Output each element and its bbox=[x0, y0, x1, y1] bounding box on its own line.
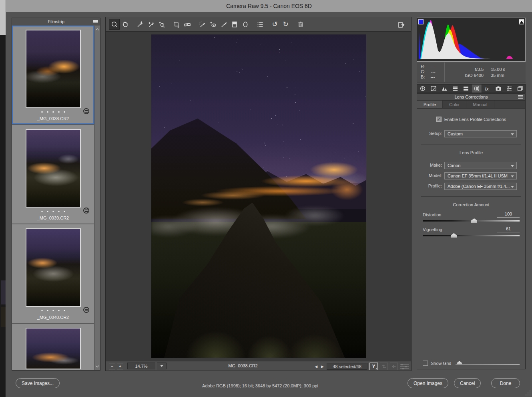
scroll-up-icon[interactable] bbox=[96, 28, 99, 32]
red-eye-tool[interactable] bbox=[207, 19, 218, 30]
distortion-slider[interactable] bbox=[423, 220, 520, 222]
model-row: Model: Canon EF 35mm f/1.4L II USM bbox=[417, 172, 525, 179]
crop-tool[interactable] bbox=[171, 19, 182, 30]
divider bbox=[421, 144, 521, 145]
filmstrip-item-3[interactable]: _MG_0040.CR2 bbox=[12, 224, 94, 323]
svg-text:fx: fx bbox=[485, 86, 489, 92]
main-photo[interactable] bbox=[151, 34, 366, 358]
lens-corrections-panel: Lens Corrections Profile Color Manual ✓ … bbox=[417, 93, 526, 369]
tab-presets[interactable] bbox=[504, 85, 514, 93]
tab-hsl-grayscale[interactable] bbox=[450, 85, 460, 93]
thumbnail-image-2[interactable] bbox=[26, 129, 81, 208]
enable-lens-profile-checkbox[interactable]: ✓ bbox=[436, 117, 442, 122]
delete-tool[interactable] bbox=[295, 19, 306, 30]
spot-removal-tool[interactable] bbox=[197, 19, 207, 30]
before-after-toggle-button[interactable]: Y bbox=[369, 363, 378, 370]
tab-profile[interactable]: Profile bbox=[417, 101, 443, 108]
straighten-tool[interactable] bbox=[182, 19, 193, 30]
distortion-slider-handle[interactable] bbox=[471, 218, 477, 223]
tab-split-toning[interactable] bbox=[460, 85, 471, 93]
dialog-body: Filmstrip _MG_0038.CR2 _MG_0039.CR bbox=[6, 12, 532, 397]
toggle-defaults-icon[interactable] bbox=[400, 363, 409, 370]
panel-subtabs: Profile Color Manual bbox=[417, 101, 525, 109]
rating-dots[interactable] bbox=[41, 310, 65, 311]
done-button[interactable]: Done bbox=[491, 378, 520, 388]
hand-tool[interactable] bbox=[120, 19, 130, 30]
tab-detail[interactable] bbox=[439, 85, 450, 93]
swap-before-after-button[interactable] bbox=[380, 363, 388, 370]
zoom-level-dropdown[interactable] bbox=[157, 363, 167, 369]
zoom-in-button[interactable]: + bbox=[117, 363, 123, 369]
thumbnail-image-4[interactable] bbox=[26, 328, 81, 369]
distortion-value[interactable]: 100 bbox=[497, 212, 520, 218]
rating-dots[interactable] bbox=[41, 111, 65, 113]
setup-dropdown[interactable]: Custom bbox=[444, 130, 517, 137]
next-image-button[interactable]: ▶ bbox=[320, 365, 325, 369]
tab-tone-curve[interactable] bbox=[428, 85, 439, 93]
histogram bbox=[417, 18, 526, 62]
tab-basic[interactable] bbox=[417, 85, 428, 93]
filmstrip-menu-icon[interactable] bbox=[93, 20, 98, 23]
color-sampler-tool[interactable] bbox=[145, 19, 156, 30]
graduated-filter-tool[interactable] bbox=[229, 19, 240, 30]
radial-filter-tool[interactable] bbox=[240, 19, 251, 30]
open-images-button[interactable]: Open Images bbox=[408, 378, 448, 388]
background-thumb bbox=[1, 280, 6, 304]
tab-lens-corrections[interactable] bbox=[471, 85, 482, 93]
tab-camera-calibration[interactable] bbox=[493, 85, 504, 93]
grid-size-slider-handle[interactable] bbox=[457, 361, 462, 365]
panel-menu-icon[interactable] bbox=[518, 95, 523, 99]
zoom-tool[interactable] bbox=[109, 19, 120, 30]
rotate-right-tool[interactable]: ↻ bbox=[280, 19, 291, 30]
tab-manual[interactable]: Manual bbox=[466, 101, 494, 108]
fullscreen-toggle-icon[interactable] bbox=[395, 19, 406, 30]
preferences-tool[interactable] bbox=[255, 19, 265, 30]
cancel-button[interactable]: Cancel bbox=[454, 378, 481, 388]
zoom-level-field[interactable]: 14.7% bbox=[127, 363, 155, 369]
thumbnail-image-3[interactable] bbox=[26, 228, 81, 307]
preview-canvas[interactable] bbox=[106, 32, 411, 361]
rating-dots[interactable] bbox=[41, 211, 65, 212]
histogram-baseline bbox=[419, 59, 524, 59]
vignetting-slider[interactable] bbox=[423, 235, 520, 236]
thumbnail-filename: _MG_0040.CR2 bbox=[13, 315, 93, 320]
correction-amount-heading: Correction Amount bbox=[417, 202, 525, 207]
previous-image-button[interactable]: ◀ bbox=[314, 365, 318, 369]
aperture-value: f/3.5 bbox=[456, 67, 484, 72]
model-dropdown[interactable]: Canon EF 35mm f/1.4L II USM bbox=[444, 172, 517, 179]
setup-label: Setup: bbox=[417, 131, 442, 136]
profile-dropdown[interactable]: Adobe (Canon EF 35mm f/1.4... bbox=[444, 183, 517, 190]
vignetting-value[interactable]: 61 bbox=[497, 226, 520, 232]
workflow-options-link[interactable]: Adobe RGB (1998); 16 bit; 3648 by 5472 (… bbox=[166, 383, 354, 388]
resize-grip[interactable] bbox=[526, 391, 530, 395]
selection-count: 48 selected/48 bbox=[327, 363, 367, 370]
scroll-down-icon[interactable] bbox=[96, 364, 99, 367]
filmstrip-scrollbar[interactable] bbox=[94, 26, 100, 370]
tab-color[interactable]: Color bbox=[443, 101, 466, 108]
filmstrip-item-2[interactable]: _MG_0039.CR2 bbox=[12, 125, 94, 224]
vignetting-slider-handle[interactable] bbox=[451, 233, 457, 238]
adjustment-brush-tool[interactable] bbox=[218, 19, 229, 30]
rotate-left-tool[interactable]: ↺ bbox=[269, 19, 280, 30]
filmstrip-item-4[interactable] bbox=[12, 324, 94, 370]
zoom-out-button[interactable]: − bbox=[109, 363, 115, 369]
copy-settings-button[interactable] bbox=[390, 363, 398, 370]
make-dropdown[interactable]: Canon bbox=[444, 162, 517, 169]
chevron-down-icon bbox=[160, 365, 163, 367]
camera-raw-dialog: Camera Raw 9.5 - Canon EOS 6D Filmstrip … bbox=[6, 0, 532, 397]
panel-title: Lens Corrections bbox=[454, 95, 488, 99]
shutter-value: 15.00 s bbox=[491, 67, 515, 72]
title-bar[interactable]: Camera Raw 9.5 - Canon EOS 6D bbox=[6, 0, 532, 12]
grid-size-slider[interactable] bbox=[456, 364, 520, 365]
save-images-button[interactable]: Save Images... bbox=[16, 378, 60, 388]
white-balance-tool[interactable] bbox=[135, 19, 145, 30]
tab-effects[interactable]: fx bbox=[482, 85, 493, 93]
filmstrip-item-1[interactable]: _MG_0038.CR2 bbox=[12, 26, 94, 124]
show-grid-checkbox[interactable] bbox=[423, 361, 428, 366]
vignetting-label: Vignetting bbox=[423, 227, 442, 232]
tab-snapshots[interactable] bbox=[514, 85, 525, 93]
thumbnail-image-1[interactable] bbox=[26, 30, 81, 108]
rgb-exposure-info: R:--- G:--- B:--- f/3.515.00 s ISO 64003… bbox=[417, 62, 526, 83]
divider bbox=[421, 196, 521, 197]
targeted-adjustment-tool[interactable] bbox=[156, 19, 167, 30]
